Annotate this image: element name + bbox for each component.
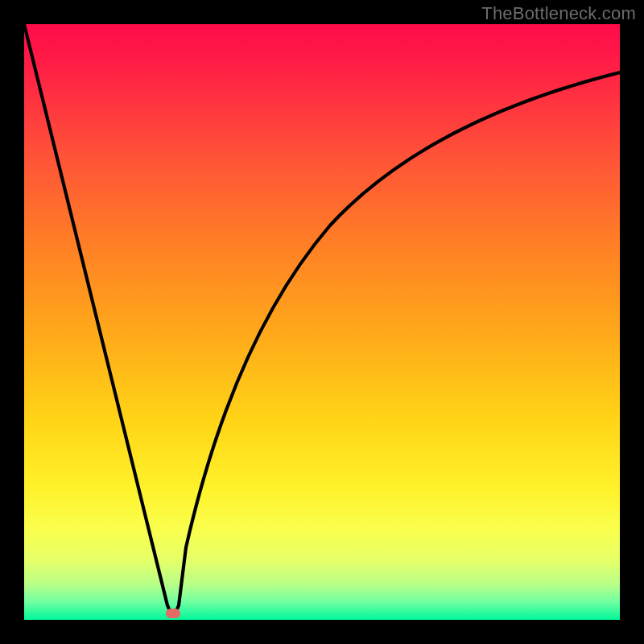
optimal-point-marker bbox=[166, 609, 180, 618]
curve-path bbox=[24, 24, 620, 613]
attribution-label: TheBottleneck.com bbox=[481, 3, 636, 24]
plot-area bbox=[24, 24, 620, 620]
bottleneck-curve bbox=[24, 24, 620, 620]
chart-frame: TheBottleneck.com bbox=[0, 0, 644, 644]
